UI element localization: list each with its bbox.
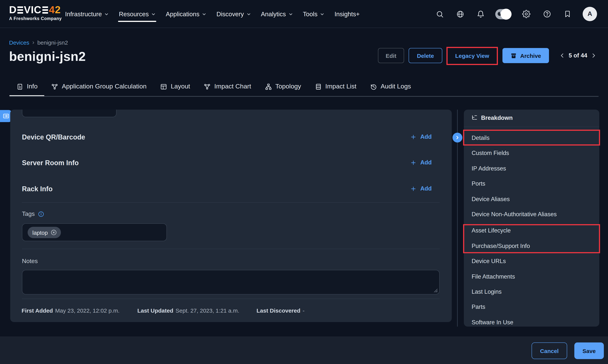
breadcrumb-separator: › bbox=[32, 39, 34, 46]
chevron-down-icon bbox=[246, 12, 251, 16]
resize-handle[interactable] bbox=[433, 288, 438, 293]
pagination-label: 5 of 44 bbox=[569, 52, 587, 59]
tab-impact-list[interactable]: Impact List bbox=[308, 77, 363, 96]
nav-item-tools[interactable]: Tools bbox=[303, 0, 324, 28]
cancel-button[interactable]: Cancel bbox=[532, 342, 567, 359]
list-icon bbox=[315, 83, 322, 90]
tab-info[interactable]: Info bbox=[10, 77, 44, 96]
breakdown-item-device-urls[interactable]: Device URLs bbox=[464, 254, 599, 269]
side-panel-toggle-button[interactable] bbox=[0, 110, 12, 122]
clipped-input-field[interactable] bbox=[22, 110, 117, 117]
tab-application-group-calculation[interactable]: Application Group Calculation bbox=[44, 77, 153, 96]
nav-item-applications[interactable]: Applications bbox=[166, 0, 206, 28]
network-icon bbox=[204, 83, 211, 90]
save-button[interactable]: Save bbox=[574, 342, 604, 359]
add-device-qr-button[interactable]: Add bbox=[410, 133, 432, 140]
tab-topology[interactable]: Topology bbox=[258, 77, 308, 96]
breadcrumb: Devices › benigni-jsn2 bbox=[9, 39, 68, 46]
network-icon bbox=[51, 83, 58, 90]
history-icon bbox=[370, 83, 377, 90]
info-tab-icon bbox=[16, 83, 24, 90]
dark-mode-toggle[interactable] bbox=[495, 9, 512, 19]
divider bbox=[22, 299, 440, 299]
device42-logo[interactable]: DVIC42 A Freshworks Company bbox=[9, 4, 62, 21]
bookmark-icon[interactable] bbox=[564, 10, 571, 18]
nav-item-infrastructure[interactable]: Infrastructure bbox=[65, 0, 108, 28]
prev-page-icon[interactable] bbox=[559, 52, 565, 59]
breakdown-item-parts[interactable]: Parts bbox=[464, 299, 599, 315]
meta-last-updated: Last UpdatedSept. 27, 2023, 1:21 a.m. bbox=[137, 307, 239, 314]
breadcrumb-devices-link[interactable]: Devices bbox=[9, 39, 29, 46]
collapse-sidebar-button[interactable] bbox=[452, 133, 462, 143]
breadcrumb-current: benigni-jsn2 bbox=[37, 39, 68, 46]
archive-button[interactable]: Archive bbox=[502, 48, 549, 63]
brand-e-glyph bbox=[42, 6, 48, 13]
chevron-right-icon bbox=[455, 135, 460, 140]
divider bbox=[22, 202, 440, 203]
breakdown-item-device-non-authoritative-aliases[interactable]: Device Non-Authoritative Aliases bbox=[464, 207, 599, 222]
device42-app: DVIC42 A Freshworks Company Infrastructu… bbox=[0, 0, 608, 364]
breakdown-header: Breakdown bbox=[471, 115, 513, 121]
tags-input[interactable]: laptop bbox=[22, 223, 167, 241]
nav-icon-bar: A bbox=[436, 0, 597, 28]
divider bbox=[464, 127, 599, 127]
archive-icon bbox=[510, 52, 517, 59]
topology-icon bbox=[265, 83, 272, 90]
list-details-icon bbox=[2, 113, 9, 119]
section-label-server-room: Server Room Info bbox=[22, 159, 79, 167]
remove-tag-icon[interactable] bbox=[51, 229, 57, 236]
legacy-view-button[interactable]: Legacy View bbox=[455, 52, 489, 59]
notes-label: Notes bbox=[22, 258, 38, 265]
tab-bar: Info Application Group Calculation Layou… bbox=[10, 77, 418, 96]
chevron-down-icon bbox=[202, 12, 206, 16]
nav-item-analytics[interactable]: Analytics bbox=[261, 0, 293, 28]
info-icon[interactable] bbox=[38, 211, 44, 217]
layout-icon bbox=[160, 83, 167, 90]
page-title: benigni-jsn2 bbox=[9, 49, 86, 64]
plus-icon bbox=[410, 134, 417, 140]
breakdown-item-ip-addresses[interactable]: IP Addresses bbox=[464, 161, 599, 176]
main-menu: Infrastructure Resources Applications Di… bbox=[65, 0, 360, 28]
pagination: 5 of 44 bbox=[559, 48, 597, 63]
tags-label: Tags bbox=[22, 210, 35, 217]
breakdown-item-last-logins[interactable]: Last Logins bbox=[464, 284, 599, 299]
device-info-panel: Device QR/Barcode Add Server Room Info A… bbox=[10, 110, 452, 322]
next-page-icon[interactable] bbox=[591, 52, 597, 59]
tab-audit-logs[interactable]: Audit Logs bbox=[363, 77, 418, 96]
help-icon[interactable] bbox=[543, 10, 551, 18]
tags-label-row: Tags bbox=[22, 210, 44, 217]
delete-button[interactable]: Delete bbox=[409, 48, 442, 63]
breakdown-item-device-aliases[interactable]: Device Aliases bbox=[464, 192, 599, 207]
chevron-down-icon bbox=[320, 12, 324, 16]
gear-icon[interactable] bbox=[522, 10, 530, 18]
edit-button[interactable]: Edit bbox=[378, 48, 404, 63]
plus-icon bbox=[410, 159, 417, 166]
search-icon[interactable] bbox=[436, 10, 444, 18]
breakdown-item-software-in-use[interactable]: Software In Use bbox=[464, 315, 599, 326]
notes-textarea[interactable] bbox=[22, 270, 440, 294]
add-server-room-button[interactable]: Add bbox=[410, 159, 432, 166]
divider bbox=[22, 249, 440, 249]
action-bar: Cancel Save bbox=[0, 336, 608, 364]
breakdown-item-file-attachments[interactable]: File Attachments bbox=[464, 269, 599, 284]
chevron-down-icon bbox=[104, 12, 108, 16]
nav-item-resources[interactable]: Resources bbox=[119, 0, 156, 28]
nav-item-insights[interactable]: Insights+ bbox=[335, 0, 360, 28]
nav-item-discovery[interactable]: Discovery bbox=[216, 0, 251, 28]
breakdown-item-ports[interactable]: Ports bbox=[464, 176, 599, 192]
tab-impact-chart[interactable]: Impact Chart bbox=[197, 77, 258, 96]
meta-last-discovered: Last Discovered- bbox=[257, 307, 305, 314]
tab-divider bbox=[10, 96, 598, 97]
legacy-view-annotation-box: Legacy View bbox=[446, 47, 498, 65]
globe-icon[interactable] bbox=[456, 10, 464, 18]
breakdown-item-custom-fields[interactable]: Custom Fields bbox=[464, 145, 599, 161]
add-rack-info-button[interactable]: Add bbox=[410, 185, 432, 192]
list-tree-icon bbox=[471, 115, 478, 121]
tag-chip-laptop: laptop bbox=[27, 227, 61, 238]
avatar[interactable]: A bbox=[583, 7, 597, 21]
top-nav: DVIC42 A Freshworks Company Infrastructu… bbox=[0, 0, 608, 28]
chevron-down-icon bbox=[288, 12, 293, 16]
tab-layout[interactable]: Layout bbox=[153, 77, 197, 96]
bell-icon[interactable] bbox=[477, 10, 485, 18]
brand-wordmark: DVIC42 bbox=[9, 4, 62, 15]
